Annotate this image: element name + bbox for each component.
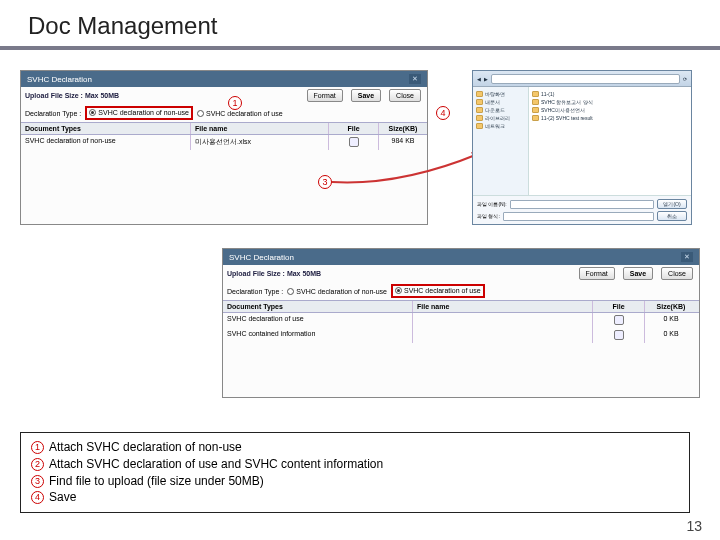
file-item[interactable]: 11-(2) SVHC test result xyxy=(532,114,688,122)
legend-box: 1Attach SVHC declaration of non-use 2Att… xyxy=(20,432,690,513)
cell-fileicon[interactable] xyxy=(593,313,645,328)
upload-size-label: Upload File Size : Max 50MB xyxy=(25,92,119,99)
radio-use[interactable]: SVHC declaration of use xyxy=(197,110,283,117)
save-button[interactable]: Save xyxy=(351,89,381,102)
file-label: SVHC미사용선언서 xyxy=(541,107,585,113)
radio-nonuse-highlight: SVHC declaration of non-use xyxy=(85,106,193,120)
th-doctype-2: Document Types xyxy=(223,301,413,312)
file-label: 11-(1) xyxy=(541,91,554,97)
radio-use-2[interactable]: SVHC declaration of use xyxy=(395,287,481,294)
radio-nonuse[interactable]: SVHC declaration of non-use xyxy=(89,109,189,116)
legend-item-1: 1Attach SVHC declaration of non-use xyxy=(31,439,679,456)
filename-input[interactable] xyxy=(510,200,654,209)
table-row: SVHC declaration of non-use 미사용선언서.xlsx … xyxy=(21,135,427,150)
panel2-table-header: Document Types File name File Size(KB) xyxy=(223,300,699,313)
format-button[interactable]: Format xyxy=(307,89,343,102)
cell-doctype: SVHC declaration of use xyxy=(223,313,413,328)
cell-size: 984 KB xyxy=(379,135,427,150)
attach-icon[interactable] xyxy=(349,137,359,147)
upload-size-label-2: Upload File Size : Max 50MB xyxy=(227,270,321,277)
path-crumb[interactable] xyxy=(491,74,680,84)
page-title: Doc Management xyxy=(0,0,720,46)
folder-icon xyxy=(476,115,483,121)
filename-label: 파일 이름(N): xyxy=(477,201,507,207)
legend-item-4: 4Save xyxy=(31,489,679,506)
sidebar-label: 내문서 xyxy=(485,99,500,105)
sidebar-label: 라이브러리 xyxy=(485,115,510,121)
fwd-icon[interactable]: ▶ xyxy=(484,76,488,82)
file-list: 11-(1) SVHC 함유보고서 양식 SVHC미사용선언서 11-(2) S… xyxy=(529,87,691,195)
sidebar-item[interactable]: 다운로드 xyxy=(476,106,525,114)
save-button-2[interactable]: Save xyxy=(623,267,653,280)
sidebar-item[interactable]: 내문서 xyxy=(476,98,525,106)
sidebar-item[interactable]: 네트워크 xyxy=(476,122,525,130)
file-label: 11-(2) SVHC test result xyxy=(541,115,593,121)
sidebar-item[interactable]: 라이브러리 xyxy=(476,114,525,122)
legend-item-3: 3Find file to upload (file size under 50… xyxy=(31,473,679,490)
refresh-icon[interactable]: ⟳ xyxy=(683,76,687,82)
folder-icon xyxy=(476,99,483,105)
cancel-button[interactable]: 취소 xyxy=(657,211,687,221)
legend-num: 3 xyxy=(31,475,44,488)
radio-use-highlight: SVHC declaration of use xyxy=(391,284,485,298)
anno-4: 4 xyxy=(436,106,450,120)
content-canvas: SVHC Declaration ✕ Upload File Size : Ma… xyxy=(0,60,720,495)
legend-text: Attach SVHC declaration of non-use xyxy=(49,439,242,456)
open-button[interactable]: 열기(O) xyxy=(657,199,687,209)
legend-num: 1 xyxy=(31,441,44,454)
folder-icon xyxy=(532,91,539,97)
cell-doctype: SVHC declaration of non-use xyxy=(21,135,191,150)
close-button-2[interactable]: Close xyxy=(661,267,693,280)
panel1-title: SVHC Declaration xyxy=(27,75,92,84)
close-button[interactable]: Close xyxy=(389,89,421,102)
radio-use-label: SVHC declaration of use xyxy=(206,110,283,117)
back-icon[interactable]: ◀ xyxy=(477,76,481,82)
th-filename-2: File name xyxy=(413,301,593,312)
radio-nonuse-2[interactable]: SVHC declaration of non-use xyxy=(287,288,387,295)
file-dialog-footer: 파일 이름(N): 열기(O) 파일 형식: 취소 xyxy=(473,195,691,223)
folder-icon xyxy=(476,91,483,97)
legend-item-2: 2Attach SVHC declaration of use and SVHC… xyxy=(31,456,679,473)
legend-text: Save xyxy=(49,489,76,506)
sidebar-label: 바탕화면 xyxy=(485,91,505,97)
file-item[interactable]: SVHC미사용선언서 xyxy=(532,106,688,114)
attach-icon[interactable] xyxy=(614,315,624,325)
title-underline xyxy=(0,46,720,50)
cell-fileicon[interactable] xyxy=(329,135,379,150)
legend-num: 2 xyxy=(31,458,44,471)
table-row: SVHC declaration of use 0 KB xyxy=(223,313,699,328)
sidebar-label: 다운로드 xyxy=(485,107,505,113)
declaration-type-label-2: Declaration Type : xyxy=(227,288,283,295)
filetype-label: 파일 형식: xyxy=(477,213,500,219)
file-label: SVHC 함유보고서 양식 xyxy=(541,99,593,105)
file-item[interactable]: SVHC 함유보고서 양식 xyxy=(532,98,688,106)
th-file-2: File xyxy=(593,301,645,312)
svhc-panel-1: SVHC Declaration ✕ Upload File Size : Ma… xyxy=(20,70,428,225)
th-size: Size(KB) xyxy=(379,123,427,134)
panel2-title: SVHC Declaration xyxy=(229,253,294,262)
anno-1: 1 xyxy=(228,96,242,110)
legend-num: 4 xyxy=(31,491,44,504)
panel2-close-icon[interactable]: ✕ xyxy=(681,252,693,262)
radio-nonuse-label: SVHC declaration of non-use xyxy=(98,109,189,116)
folder-icon xyxy=(532,99,539,105)
filetype-select[interactable] xyxy=(503,212,654,221)
sidebar-item[interactable]: 바탕화면 xyxy=(476,90,525,98)
th-doctype: Document Types xyxy=(21,123,191,134)
cell-fileicon[interactable] xyxy=(593,328,645,343)
panel1-table-header: Document Types File name File Size(KB) xyxy=(21,122,427,135)
radio-nonuse-label-2: SVHC declaration of non-use xyxy=(296,288,387,295)
cell-filename: 미사용선언서.xlsx xyxy=(191,135,329,150)
page-number: 13 xyxy=(686,518,702,534)
legend-text: Attach SVHC declaration of use and SVHC … xyxy=(49,456,383,473)
cell-doctype: SVHC contained information xyxy=(223,328,413,343)
panel1-close-icon[interactable]: ✕ xyxy=(409,74,421,84)
format-button-2[interactable]: Format xyxy=(579,267,615,280)
attach-icon[interactable] xyxy=(614,330,624,340)
svhc-panel-2: SVHC Declaration ✕ Upload File Size : Ma… xyxy=(222,248,700,398)
file-item[interactable]: 11-(1) xyxy=(532,90,688,98)
file-dialog-sidebar: 바탕화면 내문서 다운로드 라이브러리 네트워크 xyxy=(473,87,529,195)
folder-icon xyxy=(476,107,483,113)
cell-size: 0 KB xyxy=(645,313,697,328)
legend-text: Find file to upload (file size under 50M… xyxy=(49,473,264,490)
